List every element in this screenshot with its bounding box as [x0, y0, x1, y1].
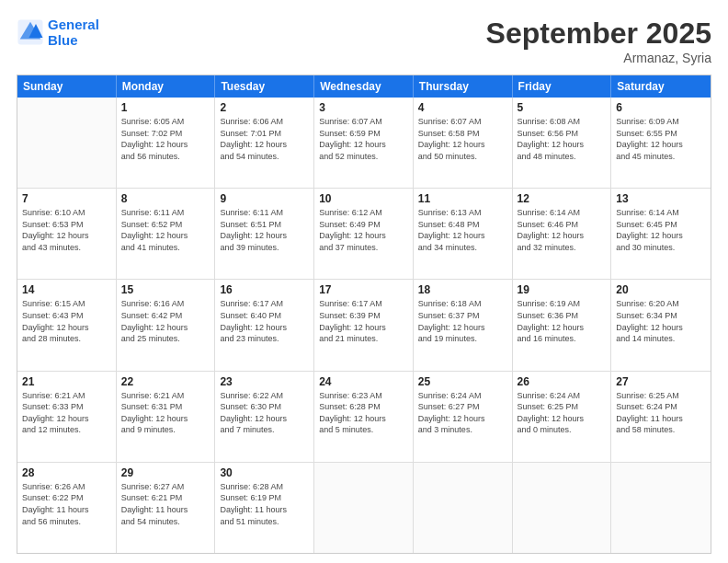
- day-info: Sunrise: 6:21 AM Sunset: 6:31 PM Dayligh…: [121, 390, 210, 436]
- day-info: Sunrise: 6:07 AM Sunset: 6:59 PM Dayligh…: [319, 116, 408, 162]
- day-info: Sunrise: 6:22 AM Sunset: 6:30 PM Dayligh…: [220, 390, 309, 436]
- header: General Blue September 2025 Armanaz, Syr…: [17, 17, 711, 65]
- calendar-cell: 18Sunrise: 6:18 AM Sunset: 6:37 PM Dayli…: [414, 280, 513, 370]
- page: General Blue September 2025 Armanaz, Syr…: [0, 0, 728, 563]
- calendar-cell: 9Sunrise: 6:11 AM Sunset: 6:51 PM Daylig…: [215, 189, 314, 279]
- day-number: 19: [518, 283, 607, 296]
- day-info: Sunrise: 6:20 AM Sunset: 6:34 PM Dayligh…: [616, 298, 706, 344]
- day-info: Sunrise: 6:14 AM Sunset: 6:45 PM Dayligh…: [616, 207, 706, 253]
- day-info: Sunrise: 6:17 AM Sunset: 6:39 PM Dayligh…: [319, 298, 408, 344]
- day-info: Sunrise: 6:10 AM Sunset: 6:53 PM Dayligh…: [22, 207, 111, 253]
- day-info: Sunrise: 6:16 AM Sunset: 6:42 PM Dayligh…: [121, 298, 210, 344]
- calendar-cell: 23Sunrise: 6:22 AM Sunset: 6:30 PM Dayli…: [215, 372, 314, 462]
- day-info: Sunrise: 6:17 AM Sunset: 6:40 PM Dayligh…: [220, 298, 309, 344]
- calendar-cell: 13Sunrise: 6:14 AM Sunset: 6:45 PM Dayli…: [611, 189, 711, 279]
- day-info: Sunrise: 6:27 AM Sunset: 6:21 PM Dayligh…: [121, 481, 210, 527]
- calendar-cell: 24Sunrise: 6:23 AM Sunset: 6:28 PM Dayli…: [314, 372, 414, 462]
- day-number: 25: [418, 375, 507, 388]
- day-info: Sunrise: 6:15 AM Sunset: 6:43 PM Dayligh…: [22, 298, 111, 344]
- calendar-cell: 7Sunrise: 6:10 AM Sunset: 6:53 PM Daylig…: [17, 189, 117, 279]
- day-number: 27: [616, 375, 706, 388]
- main-title: September 2025: [486, 17, 711, 51]
- calendar-header-cell: Tuesday: [215, 75, 314, 98]
- calendar-cell: 11Sunrise: 6:13 AM Sunset: 6:48 PM Dayli…: [414, 189, 513, 279]
- day-number: 30: [220, 466, 309, 479]
- day-number: 3: [319, 101, 408, 114]
- calendar-cell: 3Sunrise: 6:07 AM Sunset: 6:59 PM Daylig…: [314, 98, 414, 188]
- logo-text: General Blue: [48, 17, 99, 48]
- day-number: 24: [319, 375, 408, 388]
- calendar-cell: 14Sunrise: 6:15 AM Sunset: 6:43 PM Dayli…: [17, 280, 117, 370]
- day-info: Sunrise: 6:11 AM Sunset: 6:51 PM Dayligh…: [220, 207, 309, 253]
- calendar-cell: 15Sunrise: 6:16 AM Sunset: 6:42 PM Dayli…: [117, 280, 216, 370]
- calendar-cell: 16Sunrise: 6:17 AM Sunset: 6:40 PM Dayli…: [215, 280, 314, 370]
- calendar-cell: 5Sunrise: 6:08 AM Sunset: 6:56 PM Daylig…: [513, 98, 612, 188]
- day-number: 5: [518, 101, 607, 114]
- day-number: 11: [418, 192, 507, 205]
- day-number: 22: [121, 375, 210, 388]
- calendar-cell: 2Sunrise: 6:06 AM Sunset: 7:01 PM Daylig…: [215, 98, 314, 188]
- day-number: 17: [319, 283, 408, 296]
- day-number: 4: [418, 101, 507, 114]
- day-number: 26: [518, 375, 607, 388]
- day-info: Sunrise: 6:24 AM Sunset: 6:25 PM Dayligh…: [518, 390, 607, 436]
- day-number: 9: [220, 192, 309, 205]
- day-info: Sunrise: 6:18 AM Sunset: 6:37 PM Dayligh…: [418, 298, 507, 344]
- day-info: Sunrise: 6:14 AM Sunset: 6:46 PM Dayligh…: [518, 207, 607, 253]
- calendar-cell: 19Sunrise: 6:19 AM Sunset: 6:36 PM Dayli…: [513, 280, 612, 370]
- day-number: 16: [220, 283, 309, 296]
- calendar-cell: [314, 463, 414, 553]
- calendar-cell: 12Sunrise: 6:14 AM Sunset: 6:46 PM Dayli…: [513, 189, 612, 279]
- calendar-header-cell: Thursday: [414, 75, 513, 98]
- day-number: 23: [220, 375, 309, 388]
- calendar-cell: 25Sunrise: 6:24 AM Sunset: 6:27 PM Dayli…: [414, 372, 513, 462]
- day-info: Sunrise: 6:08 AM Sunset: 6:56 PM Dayligh…: [518, 116, 607, 162]
- calendar-cell: [17, 98, 117, 188]
- calendar-week-row: 7Sunrise: 6:10 AM Sunset: 6:53 PM Daylig…: [17, 189, 711, 280]
- calendar-cell: 17Sunrise: 6:17 AM Sunset: 6:39 PM Dayli…: [314, 280, 414, 370]
- day-info: Sunrise: 6:19 AM Sunset: 6:36 PM Dayligh…: [518, 298, 607, 344]
- day-number: 2: [220, 101, 309, 114]
- calendar-week-row: 1Sunrise: 6:05 AM Sunset: 7:02 PM Daylig…: [17, 98, 711, 189]
- calendar-cell: 1Sunrise: 6:05 AM Sunset: 7:02 PM Daylig…: [117, 98, 216, 188]
- calendar-cell: 29Sunrise: 6:27 AM Sunset: 6:21 PM Dayli…: [117, 463, 216, 553]
- logo: General Blue: [17, 17, 99, 48]
- day-number: 18: [418, 283, 507, 296]
- calendar-header: SundayMondayTuesdayWednesdayThursdayFrid…: [17, 75, 711, 98]
- calendar-header-cell: Monday: [117, 75, 216, 98]
- calendar-cell: 21Sunrise: 6:21 AM Sunset: 6:33 PM Dayli…: [17, 372, 117, 462]
- day-number: 20: [616, 283, 706, 296]
- calendar-cell: 30Sunrise: 6:28 AM Sunset: 6:19 PM Dayli…: [215, 463, 314, 553]
- day-info: Sunrise: 6:28 AM Sunset: 6:19 PM Dayligh…: [220, 481, 309, 527]
- calendar: SundayMondayTuesdayWednesdayThursdayFrid…: [17, 75, 711, 554]
- day-info: Sunrise: 6:26 AM Sunset: 6:22 PM Dayligh…: [22, 481, 111, 527]
- calendar-cell: 10Sunrise: 6:12 AM Sunset: 6:49 PM Dayli…: [314, 189, 414, 279]
- day-number: 13: [616, 192, 706, 205]
- day-number: 12: [518, 192, 607, 205]
- day-info: Sunrise: 6:06 AM Sunset: 7:01 PM Dayligh…: [220, 116, 309, 162]
- day-info: Sunrise: 6:25 AM Sunset: 6:24 PM Dayligh…: [616, 390, 706, 436]
- day-number: 29: [121, 466, 210, 479]
- calendar-cell: 8Sunrise: 6:11 AM Sunset: 6:52 PM Daylig…: [117, 189, 216, 279]
- calendar-cell: 22Sunrise: 6:21 AM Sunset: 6:31 PM Dayli…: [117, 372, 216, 462]
- day-number: 8: [121, 192, 210, 205]
- day-number: 6: [616, 101, 706, 114]
- logo-icon: [17, 18, 44, 46]
- calendar-week-row: 28Sunrise: 6:26 AM Sunset: 6:22 PM Dayli…: [17, 463, 711, 553]
- day-info: Sunrise: 6:05 AM Sunset: 7:02 PM Dayligh…: [121, 116, 210, 162]
- calendar-header-cell: Sunday: [17, 75, 117, 98]
- day-number: 28: [22, 466, 111, 479]
- calendar-cell: [414, 463, 513, 553]
- day-info: Sunrise: 6:13 AM Sunset: 6:48 PM Dayligh…: [418, 207, 507, 253]
- calendar-cell: [611, 463, 711, 553]
- calendar-cell: 26Sunrise: 6:24 AM Sunset: 6:25 PM Dayli…: [513, 372, 612, 462]
- day-number: 1: [121, 101, 210, 114]
- day-number: 14: [22, 283, 111, 296]
- calendar-header-cell: Saturday: [611, 75, 711, 98]
- subtitle: Armanaz, Syria: [486, 51, 711, 65]
- day-info: Sunrise: 6:09 AM Sunset: 6:55 PM Dayligh…: [616, 116, 706, 162]
- day-info: Sunrise: 6:23 AM Sunset: 6:28 PM Dayligh…: [319, 390, 408, 436]
- calendar-header-cell: Wednesday: [314, 75, 414, 98]
- day-number: 10: [319, 192, 408, 205]
- day-number: 21: [22, 375, 111, 388]
